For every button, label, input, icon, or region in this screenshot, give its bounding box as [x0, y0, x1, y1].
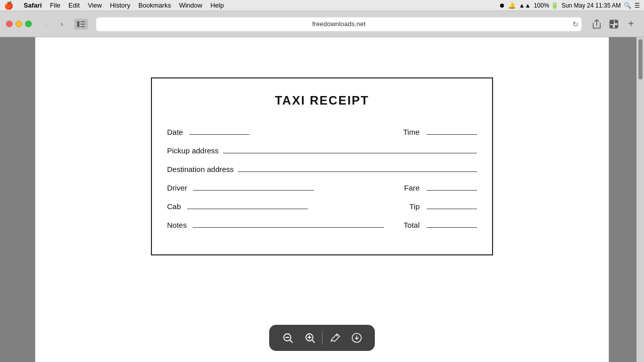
notes-group: Notes: [167, 221, 384, 229]
close-button[interactable]: [6, 21, 13, 27]
datetime: Sun May 24 11:35 AM: [561, 2, 621, 9]
total-label: Total: [404, 221, 420, 229]
date-time-row: Date Time: [167, 128, 477, 136]
menu-history[interactable]: History: [106, 0, 134, 11]
forward-button[interactable]: ›: [56, 18, 68, 30]
cab-label: Cab: [167, 202, 181, 211]
date-label: Date: [167, 128, 183, 136]
destination-label: Destination address: [167, 165, 234, 173]
menu-edit[interactable]: Edit: [64, 0, 84, 11]
receipt-wrapper: TAXI RECEIPT Date Time Pickup address: [35, 37, 609, 276]
annotation-button[interactable]: [324, 327, 346, 349]
reload-button[interactable]: ↻: [573, 20, 579, 28]
menu-bar: 🍎 Safari File Edit View History Bookmark…: [0, 0, 644, 11]
receipt-title: TAXI RECEIPT: [167, 88, 477, 118]
menu-bookmarks[interactable]: Bookmarks: [134, 0, 175, 11]
content-area: TAXI RECEIPT Date Time Pickup address: [0, 37, 644, 362]
menu-help[interactable]: Help: [206, 0, 228, 11]
menu-window[interactable]: Window: [175, 0, 206, 11]
apple-menu-icon[interactable]: 🍎: [4, 1, 14, 10]
cab-field[interactable]: [187, 209, 308, 209]
cab-group: Cab: [167, 202, 308, 211]
wifi-icon: ▲▲: [519, 2, 531, 9]
svg-rect-2: [80, 24, 85, 25]
pickup-label: Pickup address: [167, 146, 219, 155]
destination-row: Destination address: [167, 165, 477, 173]
browser-toolbar: ‹ › ↻: [0, 11, 644, 37]
driver-group: Driver: [167, 184, 314, 192]
time-group: Time: [403, 128, 477, 136]
destination-field[interactable]: [238, 171, 477, 172]
menu-bar-right: ⏺ 🔔 ▲▲ 100% 🔋 Sun May 24 11:35 AM 🔍 ☰: [499, 2, 640, 9]
spotlight-icon[interactable]: 🔍: [624, 2, 631, 9]
browser-chrome: ‹ › ↻: [0, 11, 644, 37]
fare-label: Fare: [404, 184, 420, 192]
pickup-row: Pickup address: [167, 146, 477, 155]
toolbar-right: +: [590, 18, 638, 30]
menu-file[interactable]: File: [46, 0, 64, 11]
svg-rect-8: [615, 25, 617, 28]
fare-group: Fare: [404, 184, 477, 192]
driver-label: Driver: [167, 184, 187, 192]
back-button[interactable]: ‹: [40, 18, 52, 30]
tip-group: Tip: [410, 202, 477, 211]
scrollbar-thumb[interactable]: [638, 39, 642, 79]
cab-tip-row: Cab Tip: [167, 202, 477, 211]
share-button[interactable]: [590, 18, 604, 30]
notes-field[interactable]: [193, 227, 384, 228]
total-field[interactable]: [427, 227, 477, 228]
date-field[interactable]: [189, 134, 250, 135]
page-background: TAXI RECEIPT Date Time Pickup address: [35, 37, 609, 362]
time-label: Time: [403, 128, 420, 136]
download-button[interactable]: [346, 327, 368, 349]
time-field[interactable]: [427, 134, 477, 135]
controls-icon[interactable]: ☰: [634, 2, 640, 9]
svg-rect-6: [615, 21, 617, 23]
fare-field[interactable]: [427, 190, 477, 191]
notes-label: Notes: [167, 221, 187, 229]
battery-icon: 100% 🔋: [534, 2, 558, 9]
svg-line-16: [336, 335, 338, 336]
pdf-toolbar: [269, 325, 375, 351]
date-group: Date: [167, 128, 250, 136]
tip-field[interactable]: [427, 209, 477, 209]
driver-field[interactable]: [193, 190, 314, 191]
svg-rect-5: [610, 21, 614, 24]
pdf-toolbar-divider: [322, 331, 323, 345]
menu-view[interactable]: View: [84, 0, 106, 11]
sidebar-toggle-button[interactable]: [74, 19, 88, 30]
address-bar-container: ↻: [96, 17, 582, 31]
screen-record-icon: ⏺: [499, 2, 505, 9]
svg-rect-1: [80, 21, 85, 22]
zoom-out-button[interactable]: [277, 327, 299, 349]
svg-rect-3: [80, 26, 85, 27]
taxi-receipt-form: TAXI RECEIPT Date Time Pickup address: [151, 77, 493, 255]
total-group: Total: [404, 221, 477, 229]
svg-rect-7: [610, 25, 613, 28]
address-bar[interactable]: [96, 17, 582, 31]
svg-line-15: [312, 340, 314, 342]
notification-icon: 🔔: [508, 2, 516, 9]
scrollbar[interactable]: [636, 37, 644, 362]
new-tab-plus[interactable]: +: [624, 18, 638, 30]
driver-fare-row: Driver Fare: [167, 184, 477, 192]
pickup-field[interactable]: [223, 153, 477, 153]
zoom-in-button[interactable]: [299, 327, 321, 349]
traffic-lights: [6, 21, 32, 27]
menu-safari[interactable]: Safari: [20, 0, 46, 11]
svg-line-11: [290, 340, 292, 342]
maximize-button[interactable]: [25, 21, 32, 27]
tip-label: Tip: [410, 202, 420, 211]
notes-total-row: Notes Total: [167, 221, 477, 229]
add-tab-button[interactable]: [607, 18, 621, 30]
minimize-button[interactable]: [16, 21, 22, 27]
svg-rect-0: [77, 21, 79, 27]
